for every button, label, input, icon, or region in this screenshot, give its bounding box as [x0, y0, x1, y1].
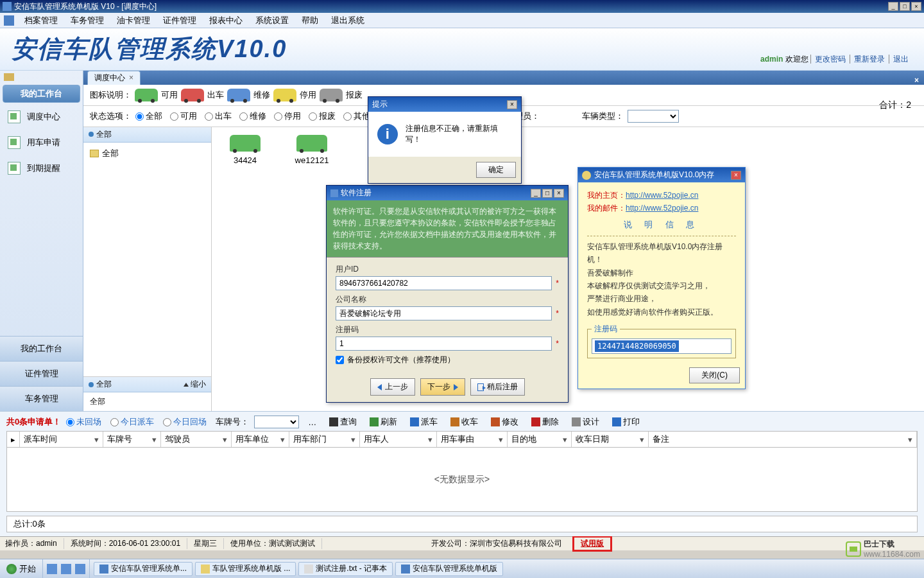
col-driver[interactable]: 驾驶员▾: [161, 432, 232, 447]
radio-all[interactable]: 全部: [135, 110, 162, 122]
sidebar-item-dispatch[interactable]: 调度中心: [0, 104, 83, 130]
link-change-password[interactable]: 更改密码: [810, 55, 850, 64]
minimize-button[interactable]: _: [888, 2, 898, 11]
dispatch-icon: [8, 110, 21, 123]
trial-badge[interactable]: 试用版: [572, 536, 612, 552]
radio-today-back[interactable]: 今日回场: [163, 416, 207, 428]
prev-button[interactable]: 上一步: [370, 378, 415, 396]
ql-icon[interactable]: [47, 564, 57, 574]
design-btn[interactable]: 设计: [568, 416, 603, 428]
start-icon: [6, 564, 17, 574]
radio-out[interactable]: 出车: [205, 110, 232, 122]
col-return-date[interactable]: 收车日期▾: [572, 432, 649, 447]
dlg-close[interactable]: ×: [731, 171, 741, 180]
menu-help[interactable]: 帮助: [295, 15, 325, 26]
menu-fuel-card[interactable]: 油卡管理: [110, 15, 157, 26]
dialog-alert: 提示× i 注册信息不正确，请重新填写！ 确定: [368, 96, 522, 184]
sidebar-item-request[interactable]: 用车申请: [0, 130, 83, 155]
dispatch-btn[interactable]: 派车: [406, 416, 441, 428]
sidebar-btn-workbench[interactable]: 我的工作台: [0, 336, 83, 361]
reg-code-input[interactable]: [336, 337, 552, 351]
col-selector[interactable]: ▸: [7, 432, 20, 447]
dlg-close[interactable]: ×: [554, 189, 564, 198]
radio-available[interactable]: 可用: [170, 110, 197, 122]
task-item[interactable]: 测试注册.txt - 记事本: [298, 562, 393, 576]
crack-code-box[interactable]: 12447144820069050: [592, 338, 732, 354]
tree-footer-summary: 全部缩小: [83, 377, 211, 392]
return-btn[interactable]: 收车: [447, 416, 482, 428]
product-logo: 安信车队管理系统V10.0: [12, 33, 287, 66]
later-button[interactable]: 稍后注册: [470, 378, 525, 396]
sidebar-item-reminder[interactable]: 到期提醒: [0, 155, 83, 181]
mail-link[interactable]: http://www.52pojie.cn: [626, 204, 698, 213]
menu-vehicle-affairs[interactable]: 车务管理: [64, 15, 110, 26]
tabbar-close[interactable]: ×: [914, 76, 919, 85]
dialog-register: 软件注册_□× 软件许可证。只要您是从安信软件或其认可的被许可方之一获得本软件的…: [326, 185, 569, 403]
print-btn[interactable]: 打印: [608, 416, 644, 428]
menu-certificate[interactable]: 证件管理: [157, 15, 203, 26]
quick-launch: [43, 559, 90, 578]
delete-btn[interactable]: 删除: [527, 416, 563, 428]
radio-other[interactable]: 其他: [343, 110, 370, 122]
radio-scrapped[interactable]: 报废: [309, 110, 336, 122]
col-dispatch-time[interactable]: 派车时间▾: [20, 432, 103, 447]
maximize-button[interactable]: □: [900, 2, 910, 11]
menu-settings[interactable]: 系统设置: [249, 15, 295, 26]
dialog-crack: 安信车队管理系统单机版V10.0内存× 我的主页：http://www.52po…: [578, 167, 746, 389]
col-unit[interactable]: 用车单位▾: [232, 432, 289, 447]
menu-archive[interactable]: 档案管理: [18, 15, 64, 26]
close-button[interactable]: ×: [911, 2, 921, 11]
col-dept[interactable]: 用车部门▾: [289, 432, 360, 447]
sidebar-btn-certificate[interactable]: 证件管理: [0, 361, 83, 386]
delete-icon: [531, 417, 540, 426]
col-dest[interactable]: 目的地▾: [508, 432, 572, 447]
car-repair-icon: [227, 89, 250, 101]
vehicle-item[interactable]: 34424: [219, 135, 271, 403]
company-input[interactable]: [336, 306, 552, 320]
radio-disabled[interactable]: 停用: [274, 110, 301, 122]
radio-repair[interactable]: 维修: [239, 110, 266, 122]
menu-reports[interactable]: 报表中心: [203, 15, 249, 26]
tab-dispatch[interactable]: 调度中心×: [87, 71, 141, 85]
task-item[interactable]: 安信车队管理系统单机版: [395, 562, 503, 576]
ql-icon[interactable]: [61, 564, 71, 574]
ql-icon[interactable]: [75, 564, 85, 574]
col-user[interactable]: 用车人▾: [360, 432, 437, 447]
col-remark[interactable]: 备注▾: [649, 432, 917, 447]
vehicle-type-select[interactable]: [628, 110, 679, 123]
sidebar-group-workbench[interactable]: 我的工作台: [3, 85, 80, 103]
user-id-input[interactable]: [336, 276, 552, 290]
radio-notback[interactable]: 未回场: [66, 416, 101, 428]
start-button[interactable]: 开始: [0, 559, 43, 578]
request-icon: [8, 136, 21, 149]
sidebar: 我的工作台 调度中心 用车申请 到期提醒 我的工作台 证件管理 车务管理: [0, 71, 83, 411]
refresh-icon: [370, 417, 379, 426]
dlg-min[interactable]: _: [531, 189, 541, 198]
sidebar-btn-vehicle-affairs[interactable]: 车务管理: [0, 386, 83, 411]
link-exit[interactable]: 退出: [889, 55, 912, 64]
reminder-icon: [8, 162, 21, 175]
col-plate[interactable]: 车牌号▾: [103, 432, 161, 447]
next-button[interactable]: 下一步: [420, 378, 465, 396]
dlg-close[interactable]: ×: [507, 100, 517, 109]
menu-exit[interactable]: 退出系统: [325, 15, 371, 26]
radio-today-dispatch[interactable]: 今日派车: [110, 416, 154, 428]
tree-node-all[interactable]: 全部: [90, 146, 205, 161]
plate-select[interactable]: [254, 416, 299, 428]
task-item[interactable]: 车队管理系统单机版 ...: [195, 562, 296, 576]
window-title: 安信车队管理系统单机版 V10 - [调度中心]: [14, 1, 157, 12]
ok-button[interactable]: 确定: [476, 162, 516, 178]
close-button[interactable]: 关闭(C): [689, 367, 740, 383]
link-relogin[interactable]: 重新登录: [850, 55, 889, 64]
edit-btn[interactable]: 修改: [487, 416, 522, 428]
col-reason[interactable]: 用车事由▾: [437, 432, 508, 447]
home-link[interactable]: http://www.52pojie.cn: [626, 191, 698, 200]
search-btn[interactable]: 查询: [325, 416, 361, 428]
task-item[interactable]: 安信车队管理系统单...: [94, 562, 193, 576]
tab-close-icon[interactable]: ×: [129, 73, 133, 82]
refresh-btn[interactable]: 刷新: [366, 416, 401, 428]
dlg-max[interactable]: □: [542, 189, 552, 198]
tree-shrink-btn[interactable]: 缩小: [184, 379, 206, 390]
more-btn[interactable]: …: [304, 417, 320, 427]
backup-checkbox[interactable]: [336, 356, 344, 364]
